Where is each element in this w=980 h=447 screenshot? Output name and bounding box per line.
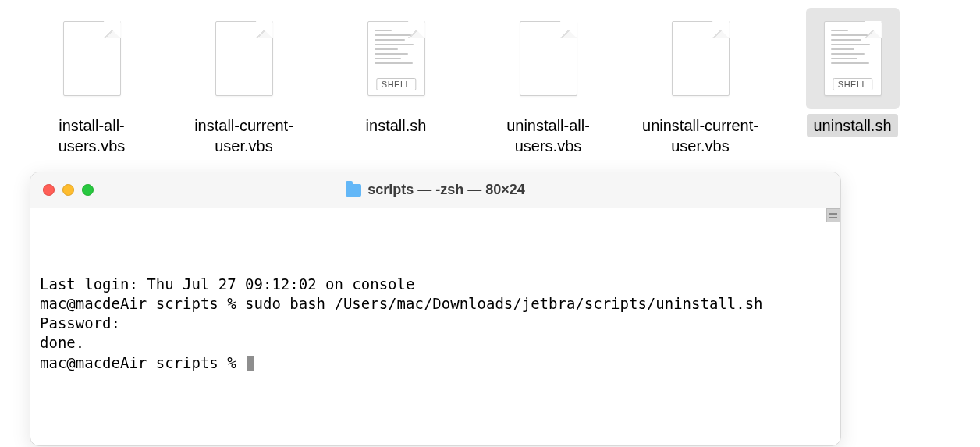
generic-file-icon[interactable] bbox=[502, 8, 595, 109]
shell-file-icon[interactable]: SHELL bbox=[806, 8, 900, 109]
window-controls bbox=[30, 184, 94, 196]
shell-badge: SHELL bbox=[833, 78, 872, 90]
generic-file-icon[interactable] bbox=[45, 8, 139, 109]
terminal-line: mac@macdeAir scripts % bbox=[40, 353, 831, 373]
file-item[interactable]: uninstall-all- users.vbs bbox=[472, 8, 624, 158]
folder-icon bbox=[346, 184, 361, 197]
terminal-title: scripts — -zsh — 80×24 bbox=[368, 182, 525, 198]
file-label[interactable]: install.sh bbox=[360, 114, 433, 137]
desktop-file-row: install-all- users.vbsinstall-current- u… bbox=[0, 0, 980, 158]
file-label[interactable]: install-current- user.vbs bbox=[188, 114, 300, 158]
terminal-line: mac@macdeAir scripts % sudo bash /Users/… bbox=[40, 294, 831, 314]
minimize-icon[interactable] bbox=[62, 184, 74, 196]
file-item[interactable]: install-all- users.vbs bbox=[16, 8, 168, 158]
terminal-titlebar[interactable]: scripts — -zsh — 80×24 bbox=[30, 172, 840, 208]
scroll-indicator-icon[interactable] bbox=[826, 208, 840, 222]
terminal-line: done. bbox=[40, 333, 831, 353]
file-item[interactable]: uninstall-current- user.vbs bbox=[624, 8, 776, 158]
terminal-line: Last login: Thu Jul 27 09:12:02 on conso… bbox=[40, 275, 831, 294]
close-icon[interactable] bbox=[43, 184, 55, 196]
file-label[interactable]: install-all- users.vbs bbox=[52, 114, 132, 158]
generic-file-icon[interactable] bbox=[654, 8, 747, 109]
file-item[interactable]: SHELLuninstall.sh bbox=[776, 8, 929, 158]
file-label[interactable]: uninstall-current- user.vbs bbox=[636, 114, 765, 158]
file-label[interactable]: uninstall.sh bbox=[807, 114, 897, 137]
terminal-line: Password: bbox=[40, 314, 831, 333]
shell-badge: SHELL bbox=[376, 78, 416, 90]
terminal-window[interactable]: scripts — -zsh — 80×24 Last login: Thu J… bbox=[30, 172, 841, 446]
cursor-icon bbox=[247, 356, 254, 371]
file-item[interactable]: SHELLinstall.sh bbox=[320, 8, 472, 158]
zoom-icon[interactable] bbox=[82, 184, 94, 196]
file-label[interactable]: uninstall-all- users.vbs bbox=[500, 114, 596, 158]
file-item[interactable]: install-current- user.vbs bbox=[168, 8, 320, 158]
terminal-output[interactable]: Last login: Thu Jul 27 09:12:02 on conso… bbox=[30, 208, 840, 445]
shell-file-icon[interactable]: SHELL bbox=[350, 8, 443, 109]
generic-file-icon[interactable] bbox=[197, 8, 291, 109]
